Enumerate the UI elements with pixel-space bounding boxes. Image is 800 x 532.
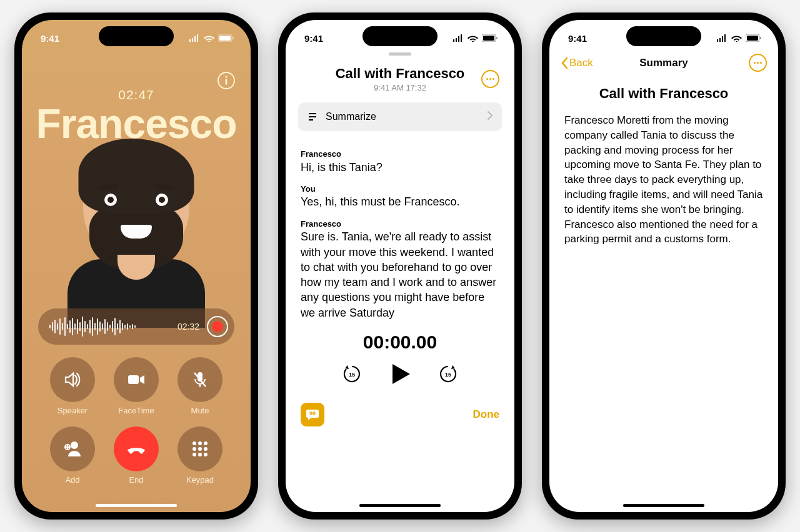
battery-icon: [482, 34, 498, 42]
phone-mockup-call: 9:41 02:47 Francesco: [14, 12, 258, 520]
dynamic-island: [99, 26, 174, 46]
svg-point-17: [192, 453, 196, 456]
status-icons: [189, 34, 234, 42]
more-button[interactable]: [481, 70, 499, 88]
rewind-15-button[interactable]: 15: [341, 363, 362, 385]
more-button[interactable]: [749, 54, 767, 72]
sheet-grabber[interactable]: [389, 52, 411, 56]
status-time: 9:41: [568, 33, 587, 44]
transcript-line: Sure is. Tania, we're all ready to assis…: [301, 229, 499, 320]
facetime-label: FaceTime: [118, 406, 154, 415]
caller-avatar: [22, 144, 251, 312]
transcript-screen: 9:41 Call with Francesco 9:41 AM 17:32 S…: [286, 20, 514, 512]
forward-15-button[interactable]: 15: [438, 363, 459, 385]
svg-rect-27: [747, 36, 758, 41]
transcript-toggle-button[interactable]: 99: [301, 403, 324, 426]
svg-point-16: [204, 447, 208, 451]
keypad-icon: [189, 438, 211, 460]
cellular-icon: [189, 34, 200, 42]
nav-bar: Back Summary: [549, 50, 778, 72]
keypad-label: Keypad: [186, 475, 214, 485]
svg-point-18: [198, 453, 202, 456]
video-icon: [126, 369, 147, 390]
end-call-control[interactable]: End: [114, 426, 159, 485]
transcript-line: Yes, hi, this must be Francesco.: [301, 194, 499, 209]
phone-mockup-summary: 9:41 Back Summary Call with Francesco Fr…: [542, 12, 786, 520]
summarize-button[interactable]: Summarize: [298, 102, 502, 131]
summary-heading: Call with Francesco: [549, 86, 778, 102]
svg-rect-1: [219, 36, 231, 41]
speaker-label: Speaker: [58, 406, 88, 415]
svg-point-12: [198, 441, 202, 445]
speech-bubble-icon: 99: [306, 408, 319, 421]
svg-text:99: 99: [309, 410, 316, 416]
play-button[interactable]: [388, 362, 412, 387]
wifi-icon: [731, 34, 742, 42]
info-button[interactable]: [217, 71, 236, 90]
dynamic-island: [626, 26, 701, 46]
wifi-icon: [468, 34, 478, 42]
summarize-icon: [307, 111, 318, 122]
home-indicator[interactable]: [96, 504, 177, 507]
transcript-body[interactable]: Francesco Hi, is this Tania? You Yes, hi…: [286, 131, 514, 320]
recording-waveform-row: 02:32: [38, 308, 234, 345]
svg-point-13: [204, 441, 208, 445]
record-button[interactable]: [207, 316, 228, 337]
waveform-icon: [49, 317, 170, 337]
back-button[interactable]: Back: [561, 57, 593, 69]
bottom-toolbar: 99 Done: [286, 403, 514, 426]
mute-control[interactable]: Mute: [178, 357, 222, 415]
nav-title: Summary: [639, 57, 688, 69]
home-indicator[interactable]: [359, 504, 441, 507]
mute-label: Mute: [191, 406, 209, 415]
call-controls: Speaker FaceTime Mute Add End Keypad: [22, 357, 251, 485]
playback-time: 00:00.00: [286, 332, 514, 353]
svg-point-11: [192, 441, 196, 445]
summary-body: Francesco Moretti from the moving compan…: [549, 102, 778, 247]
summary-screen: 9:41 Back Summary Call with Francesco Fr…: [549, 20, 778, 512]
done-button[interactable]: Done: [473, 408, 500, 421]
chevron-right-icon: [487, 111, 493, 123]
phone-down-icon: [125, 438, 148, 460]
back-label: Back: [569, 57, 593, 69]
summarize-label: Summarize: [326, 111, 376, 122]
svg-rect-2: [232, 37, 234, 39]
home-indicator[interactable]: [623, 504, 704, 507]
transcript-header: Call with Francesco 9:41 AM 17:32: [286, 66, 514, 92]
status-time: 9:41: [41, 33, 59, 44]
speaker-label: Francesco: [301, 219, 499, 230]
svg-text:15: 15: [445, 372, 451, 378]
svg-point-15: [198, 447, 202, 451]
dynamic-island: [362, 26, 438, 46]
svg-text:15: 15: [349, 372, 355, 378]
call-screen: 9:41 02:47 Francesco: [22, 20, 251, 512]
cellular-icon: [716, 34, 728, 42]
speaker-label: You: [301, 184, 499, 195]
chevron-left-icon: [561, 57, 568, 69]
speaker-control[interactable]: Speaker: [50, 357, 95, 415]
keypad-control[interactable]: Keypad: [178, 426, 222, 485]
battery-icon: [218, 34, 234, 42]
speaker-label: Francesco: [301, 149, 499, 160]
add-control[interactable]: Add: [50, 426, 95, 485]
recording-time: 02:32: [178, 322, 199, 332]
svg-rect-6: [128, 375, 139, 384]
facetime-control[interactable]: FaceTime: [114, 357, 159, 415]
phone-mockup-transcript: 9:41 Call with Francesco 9:41 AM 17:32 S…: [278, 12, 522, 520]
svg-point-14: [192, 447, 196, 451]
playback-controls: 15 15: [286, 362, 514, 387]
mute-icon: [189, 369, 211, 390]
transcript-title: Call with Francesco: [336, 66, 465, 82]
end-label: End: [129, 475, 143, 485]
status-time: 9:41: [304, 33, 323, 44]
svg-point-9: [71, 441, 78, 449]
battery-icon: [746, 34, 762, 42]
add-label: Add: [65, 475, 79, 485]
status-icons: [716, 34, 762, 42]
svg-rect-5: [226, 79, 228, 85]
cellular-icon: [452, 34, 464, 42]
svg-point-19: [204, 453, 208, 456]
add-person-icon: [62, 438, 83, 460]
speaker-icon: [62, 369, 83, 390]
svg-rect-22: [496, 37, 498, 39]
